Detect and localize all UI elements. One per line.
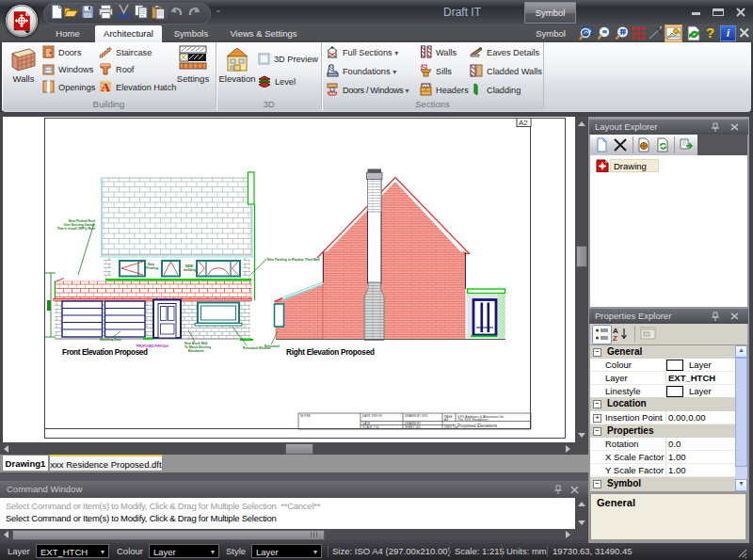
svg-text:Right Elevation Proposed: Right Elevation Proposed [286,348,375,357]
svg-text:A2: A2 [519,119,528,127]
svg-text:DWG Title: DWG Title [444,425,458,429]
svg-text:SHEET 001: SHEET 001 [405,425,421,429]
svg-text:DATE 1999.99: DATE 1999.99 [362,414,382,418]
svg-text:A3: A3 [444,418,448,422]
svg-text:Matching Door: Matching Door [100,338,122,342]
svg-text:Blockwork: Blockwork [188,349,204,353]
svg-text:building: building [184,268,196,272]
svg-text:SCALE 1:50: SCALE 1:50 [362,425,379,429]
svg-text:New Packing to Replace Tiled W: New Packing to Replace Tiled Wall [267,258,320,262]
svg-text:A: A [102,80,111,93]
svg-text:Z: Z [613,334,617,343]
svg-text:PROPOSED FIFH Dbl!: PROPOSED FIFH Dbl! [136,344,168,348]
svg-text:DRAWN BY XXX: DRAWN BY XXX [405,414,428,418]
svg-text:The XXX Residence: The XXX Residence [457,418,488,422]
svg-text:That Is Install GRP/y Roof: That Is Install GRP/y Roof [57,227,96,231]
svg-text:Relocated: Relocated [264,344,280,348]
svg-text:Proposed Elevations: Proposed Elevations [457,424,498,428]
svg-text:NOTES: NOTES [300,414,311,418]
svg-text:Pending: Pending [146,266,158,270]
svg-text:Front Elevation Proposed: Front Elevation Proposed [62,348,148,357]
